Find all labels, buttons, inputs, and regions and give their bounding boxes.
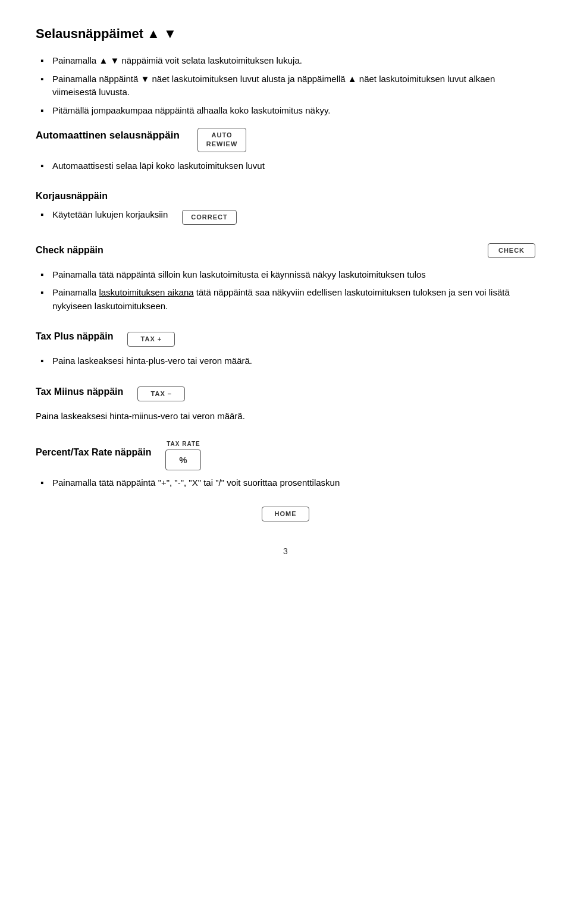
korjaus-title: Korjausnäppäin — [36, 189, 535, 203]
tax-plus-section: Tax Plus näppäin TAX + Paina laskeaksesi… — [36, 329, 535, 368]
tax-rate-label: TAX RATE — [167, 439, 200, 448]
page-number: 3 — [36, 545, 535, 558]
auto-review-badge: AUTO REWIEW — [197, 128, 246, 152]
tax-minus-badge: TAX – — [137, 386, 185, 401]
home-section: HOME — [36, 507, 535, 521]
percent-tax-title: Percent/Tax Rate näppäin — [36, 445, 151, 460]
percent-tax-section: Percent/Tax Rate näppäin TAX RATE % Pain… — [36, 439, 535, 490]
nav-bullets-list: Painamalla ▲ ▼ näppäimiä voit selata las… — [36, 54, 535, 117]
auto-review-bullet: Automaattisesti selaa läpi koko laskutoi… — [36, 159, 535, 173]
tax-plus-bullet: Paina laskeaksesi hinta-plus-vero tai ve… — [36, 354, 535, 368]
home-badge: HOME — [262, 507, 309, 521]
tax-plus-title: Tax Plus näppäin — [36, 329, 113, 344]
check-title: Check näppäin — [36, 243, 456, 257]
percent-badge: % — [165, 450, 201, 470]
tax-plus-badge: TAX + — [127, 332, 175, 347]
korjaus-bullet: Käytetään lukujen korjauksiin — [36, 208, 168, 222]
check-badge: CHECK — [488, 243, 535, 258]
tax-minus-text: Paina laskeaksesi hinta-miinus-vero tai … — [36, 410, 535, 423]
percent-tax-bullet: Painamalla tätä näppäintä "+", "-", "X" … — [36, 476, 535, 490]
tax-minus-title: Tax Miinus näppäin — [36, 385, 123, 399]
nav-bullet-1: Painamalla ▲ ▼ näppäimiä voit selata las… — [36, 54, 535, 68]
tax-minus-section: Tax Miinus näppäin TAX – Paina laskeakse… — [36, 385, 535, 423]
check-bullet-2: Painamalla laskutoimituksen aikana tätä … — [36, 286, 535, 313]
check-bullet-1: Painamalla tätä näppäintä silloin kun la… — [36, 268, 535, 282]
nav-bullet-3: Pitämällä jompaakumpaa näppäintä alhaall… — [36, 104, 535, 118]
korjaus-section: Korjausnäppäin Käytetään lukujen korjauk… — [36, 189, 535, 227]
nav-bullet-2: Painamalla näppäintä ▼ näet laskutoimitu… — [36, 73, 535, 99]
auto-review-title: Automaattinen selausnäppäin — [36, 128, 180, 143]
auto-review-section: Automaattinen selausnäppäin AUTO REWIEW … — [36, 128, 535, 172]
check-section: Check näppäin CHECK Painamalla tätä näpp… — [36, 243, 535, 313]
correct-badge: CORRECT — [182, 210, 236, 225]
page-title: Selausnäppäimet ▲ ▼ — [36, 24, 535, 43]
